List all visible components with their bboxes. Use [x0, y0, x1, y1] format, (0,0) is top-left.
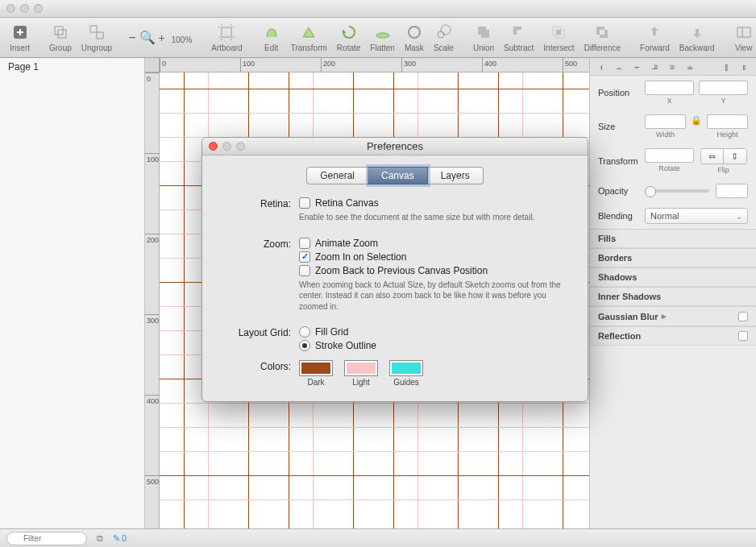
view-button[interactable]: View: [731, 23, 756, 52]
guides-color-label: Guides: [393, 378, 419, 387]
svg-rect-1: [55, 27, 63, 35]
retina-label: Retina:: [218, 197, 299, 231]
zoom-back-checkbox[interactable]: [299, 265, 310, 276]
stroke-outline-radio[interactable]: [299, 340, 310, 351]
mask-button[interactable]: Mask: [401, 23, 427, 52]
distribute-h-icon[interactable]: ⫿: [721, 60, 733, 73]
insert-button[interactable]: Insert: [6, 23, 33, 52]
traffic-minimize[interactable]: [20, 4, 29, 13]
svg-rect-3: [90, 26, 97, 32]
fill-grid-label: Fill Grid: [315, 326, 348, 338]
artboard-button[interactable]: Artboard: [208, 23, 245, 52]
group-icon: [51, 23, 70, 42]
gaussian-blur-section[interactable]: Gaussian Blur▸: [590, 306, 756, 326]
union-icon: [474, 23, 493, 42]
scale-button[interactable]: Scale: [430, 23, 457, 52]
zoom-out-button[interactable]: −: [128, 31, 135, 45]
stroke-outline-label: Stroke Outline: [315, 340, 376, 351]
align-top-icon[interactable]: ⫡: [648, 60, 661, 73]
borders-section[interactable]: Borders: [590, 248, 756, 267]
distribute-v-icon[interactable]: ⫾: [738, 60, 751, 73]
difference-icon: [592, 23, 612, 42]
rotate-icon: [339, 23, 359, 42]
plus-icon: [10, 23, 30, 42]
dialog-title: Preferences: [202, 140, 588, 152]
flatten-button[interactable]: Flatten: [367, 23, 398, 52]
svg-point-9: [441, 25, 451, 35]
filter-input[interactable]: [6, 532, 87, 545]
transform-label: Transform: [598, 156, 638, 166]
width-input[interactable]: [645, 114, 686, 129]
rotate-button[interactable]: Rotate: [334, 23, 363, 52]
blend-mode-dropdown[interactable]: Normal: [645, 208, 748, 224]
blending-label: Blending: [598, 211, 638, 221]
window-titlebar: Untitled 3 — Edited: [0, 0, 756, 18]
retina-description: Enable to see the document at the same s…: [299, 212, 565, 223]
traffic-zoom[interactable]: [34, 4, 43, 13]
align-left-icon[interactable]: ⫞: [595, 60, 608, 73]
retina-canvas-checkbox[interactable]: [299, 197, 310, 209]
zoom-percent[interactable]: 100%: [172, 35, 193, 44]
subtract-button[interactable]: Subtract: [501, 23, 537, 52]
svg-rect-4: [97, 32, 103, 39]
pages-icon[interactable]: ⧉: [93, 532, 106, 545]
difference-button[interactable]: Difference: [581, 23, 624, 52]
inner-shadows-section[interactable]: Inner Shadows: [590, 287, 756, 306]
fill-grid-radio[interactable]: [299, 326, 310, 338]
ungroup-button[interactable]: Ungroup: [78, 23, 115, 52]
mask-icon: [405, 23, 424, 42]
flip-horizontal-button[interactable]: ⇔: [701, 149, 724, 164]
zoom-in-selection-label: Zoom In on Selection: [315, 251, 406, 263]
intersect-button[interactable]: Intersect: [540, 23, 577, 52]
footer-bar: ⧉ ✎0: [0, 528, 756, 547]
reflection-toggle[interactable]: [738, 331, 748, 341]
reflection-section[interactable]: Reflection: [590, 326, 756, 346]
tab-canvas[interactable]: Canvas: [368, 167, 428, 184]
rotate-input[interactable]: [645, 148, 694, 163]
scale-icon: [434, 23, 453, 42]
animate-zoom-checkbox[interactable]: [299, 238, 310, 249]
align-vcenter-icon[interactable]: ≡: [666, 60, 679, 73]
dark-color-swatch[interactable]: [299, 360, 333, 376]
position-x-input[interactable]: [645, 81, 694, 95]
svg-point-6: [376, 33, 389, 38]
align-right-icon[interactable]: ⫟: [630, 60, 643, 73]
forward-button[interactable]: Forward: [637, 23, 673, 52]
guides-color-swatch[interactable]: [389, 360, 423, 376]
preferences-dialog: Preferences General Canvas Layers Retina…: [201, 137, 588, 402]
transform-button[interactable]: Transform: [288, 23, 330, 52]
tab-layers[interactable]: Layers: [428, 167, 484, 184]
svg-rect-15: [737, 27, 750, 37]
backward-button[interactable]: Backward: [676, 23, 718, 52]
forward-icon: [645, 23, 664, 42]
zoom-in-button[interactable]: +: [159, 31, 165, 44]
position-y-input[interactable]: [699, 81, 748, 95]
fills-section[interactable]: Fills: [590, 229, 756, 248]
height-input[interactable]: [707, 114, 748, 129]
opacity-slider[interactable]: [645, 189, 709, 193]
lock-icon[interactable]: 🔒: [691, 114, 702, 126]
svg-point-7: [409, 27, 420, 38]
blur-toggle[interactable]: [738, 312, 748, 321]
edit-button[interactable]: Edit: [259, 23, 285, 52]
light-color-swatch[interactable]: [344, 360, 378, 376]
align-bottom-icon[interactable]: ⫨: [683, 60, 696, 73]
zoom-description: When zooming back to Actual Size, by def…: [299, 280, 565, 313]
zoom-label: Zoom:: [218, 238, 299, 321]
group-button[interactable]: Group: [46, 23, 75, 52]
page-item[interactable]: Page 1: [0, 58, 144, 76]
transform-icon: [299, 23, 318, 42]
union-button[interactable]: Union: [470, 23, 497, 52]
zoom-in-selection-checkbox[interactable]: [299, 251, 310, 263]
magnifier-icon: 🔍: [139, 30, 156, 45]
traffic-close[interactable]: [6, 4, 15, 13]
retina-canvas-label: Retina Canvas: [315, 197, 379, 209]
flatten-icon: [373, 23, 393, 42]
align-hcenter-icon[interactable]: ⫠: [613, 60, 625, 73]
shadows-section[interactable]: Shadows: [590, 267, 756, 287]
flip-vertical-button[interactable]: ⇕: [724, 149, 746, 164]
opacity-input[interactable]: [716, 184, 748, 198]
tab-general[interactable]: General: [306, 167, 368, 184]
animate-zoom-label: Animate Zoom: [315, 238, 378, 249]
dark-color-label: Dark: [307, 378, 324, 387]
